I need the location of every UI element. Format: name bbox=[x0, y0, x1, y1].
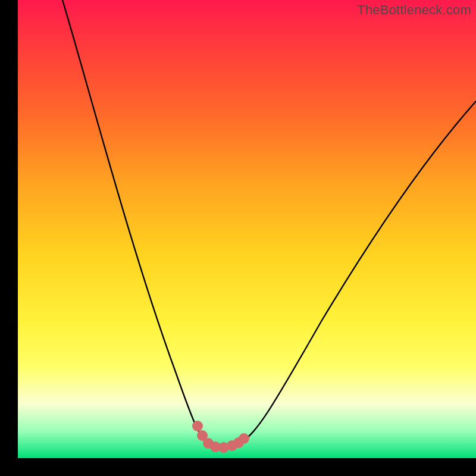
bottleneck-curve-svg bbox=[18, 0, 476, 458]
highlight-point bbox=[192, 421, 203, 431]
chart-plot-area: TheBottleneck.com bbox=[18, 0, 476, 458]
highlight-points-group bbox=[192, 421, 249, 453]
highlight-point bbox=[239, 433, 249, 444]
bottleneck-curve-path bbox=[62, 0, 476, 446]
